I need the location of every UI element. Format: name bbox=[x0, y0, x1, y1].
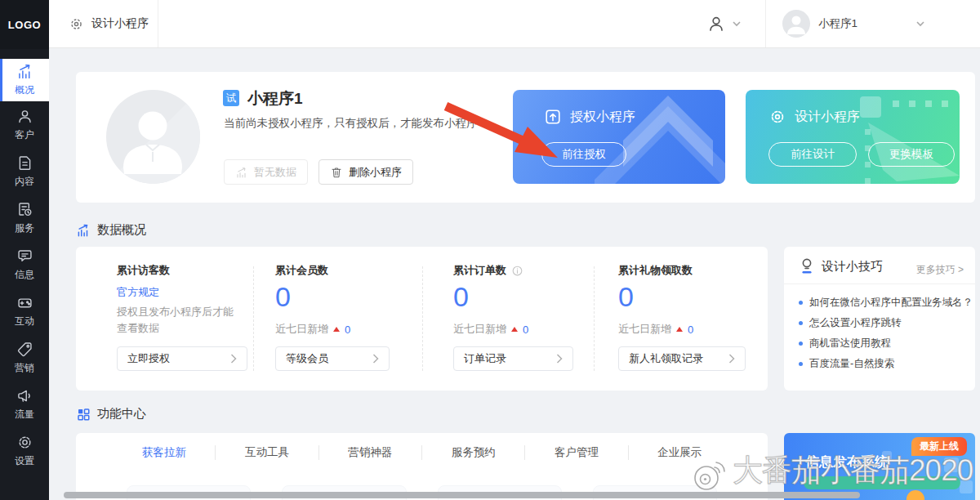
go-authorize-button[interactable]: 前往授权 bbox=[541, 142, 626, 167]
banner-subtitle-strip bbox=[804, 476, 960, 489]
sidebar-item-messages[interactable]: 信息 bbox=[0, 241, 49, 288]
bullet-dot bbox=[799, 362, 803, 366]
tip-text: 如何在微信小程序中配置业务域名？ bbox=[809, 296, 973, 310]
delete-miniprogram-button[interactable]: 删除小程序 bbox=[318, 159, 413, 185]
workspace-switcher[interactable]: 小程序1 bbox=[782, 0, 924, 47]
tip-link[interactable]: 怎么设置小程序跳转 bbox=[799, 313, 967, 333]
stat-sub: 近七日新增 0 bbox=[453, 322, 528, 337]
stat-sub-label: 近七日新增 bbox=[275, 322, 328, 337]
banner-decoration bbox=[906, 490, 924, 500]
info-publish-banner[interactable]: 信息发布系统 最新上线 bbox=[784, 433, 975, 500]
logo: LOGO bbox=[0, 0, 49, 49]
column-divider bbox=[422, 266, 423, 371]
stat-orders: 累计订单数 0 近七日新增 0 订单记录 bbox=[453, 263, 594, 374]
sidebar-item-label: 服务 bbox=[15, 221, 34, 235]
new-release-badge: 最新上线 bbox=[911, 437, 967, 456]
horizontal-scrollbar-thumb[interactable] bbox=[64, 492, 860, 498]
stat-sub: 近七日新增 0 bbox=[275, 322, 350, 337]
stat-members: 累计会员数 0 近七日新增 0 等级会员 bbox=[275, 263, 416, 374]
tab-interactive-tools[interactable]: 互动工具 bbox=[216, 445, 318, 460]
tab-design-miniprogram[interactable]: 设计小程序 bbox=[69, 0, 149, 47]
header-divider bbox=[158, 0, 158, 47]
chevron-down-icon bbox=[733, 21, 741, 27]
sidebar-item-overview[interactable]: 概况 bbox=[0, 59, 49, 101]
stat-value: 0 bbox=[453, 281, 469, 313]
authorize-card-title: 授权小程序 bbox=[544, 108, 635, 126]
sidebar-item-marketing[interactable]: 营销 bbox=[0, 334, 49, 381]
chevron-decoration bbox=[546, 90, 725, 184]
sidebar-item-customers[interactable]: 客户 bbox=[0, 101, 49, 148]
stat-action-label: 等级会员 bbox=[286, 351, 328, 366]
data-overview-title: 数据概况 bbox=[97, 222, 146, 238]
stat-label: 累计订单数 bbox=[453, 263, 506, 278]
miniprogram-avatar bbox=[106, 90, 200, 184]
tab-customer-management[interactable]: 客户管理 bbox=[525, 445, 627, 460]
sidebar-nav: 概况 客户 内容 服务 信息 互动 bbox=[0, 59, 49, 474]
sidebar-item-interaction[interactable]: 互动 bbox=[0, 288, 49, 334]
stat-value: 0 bbox=[618, 281, 634, 313]
tip-link[interactable]: 百度流量-自然搜索 bbox=[799, 354, 967, 374]
grid-icon bbox=[76, 407, 91, 422]
stat-sub-label: 近七日新增 bbox=[453, 322, 506, 337]
person-icon bbox=[16, 108, 33, 125]
workspace-name: 小程序1 bbox=[818, 16, 858, 31]
column-divider bbox=[594, 266, 595, 371]
design-tips-card: 设计小技巧 更多技巧 > 如何在微信小程序中配置业务域名？ 怎么设置小程序跳转 … bbox=[784, 247, 975, 391]
bullet-dot bbox=[799, 321, 803, 325]
sidebar-item-services[interactable]: 服务 bbox=[0, 194, 49, 241]
tip-link[interactable]: 如何在微信小程序中配置业务域名？ bbox=[799, 292, 967, 313]
bullet-dot bbox=[799, 342, 803, 346]
sidebar-item-traffic[interactable]: 流量 bbox=[0, 381, 49, 427]
mini-chart-icon bbox=[235, 166, 248, 179]
change-template-button[interactable]: 更换模板 bbox=[868, 142, 955, 167]
design-promo-card: 设计小程序 前往设计 更换模板 bbox=[746, 90, 960, 184]
stat-label: 累计会员数 bbox=[275, 263, 328, 278]
stat-label: 累计礼物领取数 bbox=[618, 263, 693, 278]
stat-gifts: 累计礼物领取数 0 近七日新增 0 新人礼领取记录 bbox=[618, 263, 759, 374]
stat-sub-label: 近七日新增 bbox=[618, 322, 671, 337]
tab-enterprise-display[interactable]: 企业展示 bbox=[629, 445, 731, 460]
authorize-title-text: 授权小程序 bbox=[570, 109, 635, 126]
order-records-button[interactable]: 订单记录 bbox=[453, 346, 573, 371]
authorize-now-button[interactable]: 立即授权 bbox=[117, 346, 247, 371]
chevron-right-icon bbox=[556, 354, 563, 364]
design-gear-icon bbox=[768, 108, 786, 126]
tip-text: 百度流量-自然搜索 bbox=[809, 357, 894, 371]
bullet-dot bbox=[799, 301, 803, 305]
tab-acquire-customers[interactable]: 获客拉新 bbox=[113, 445, 215, 460]
file-clock-icon bbox=[16, 201, 33, 218]
no-data-button[interactable]: 暂无数据 bbox=[224, 159, 308, 185]
stat-sub: 近七日新增 0 bbox=[618, 322, 693, 337]
megaphone-icon bbox=[16, 387, 33, 404]
go-design-button[interactable]: 前往设计 bbox=[768, 142, 857, 167]
chevron-right-icon bbox=[728, 354, 735, 364]
more-tips-link[interactable]: 更多技巧 > bbox=[916, 263, 964, 277]
official-rules-link[interactable]: 官方规定 bbox=[117, 285, 159, 300]
user-icon bbox=[706, 14, 726, 33]
sidebar-item-label: 互动 bbox=[15, 315, 34, 328]
tab-marketing-tools[interactable]: 营销神器 bbox=[319, 445, 421, 460]
sidebar-item-label: 设置 bbox=[15, 454, 34, 468]
member-levels-button[interactable]: 等级会员 bbox=[275, 346, 390, 371]
account-menu-button[interactable] bbox=[706, 0, 741, 47]
delta-up-icon bbox=[333, 327, 340, 332]
banner-title: 信息发布系统 bbox=[805, 453, 889, 471]
stat-action-label: 订单记录 bbox=[464, 351, 506, 366]
lamp-icon bbox=[799, 257, 815, 275]
sidebar-item-content[interactable]: 内容 bbox=[0, 148, 49, 194]
sidebar: LOGO 概况 客户 内容 服务 信息 bbox=[0, 0, 49, 500]
stat-delta: 0 bbox=[345, 324, 350, 336]
feature-center-card: 获客拉新 互动工具 营销神器 服务预约 客户管理 企业展示 bbox=[76, 433, 768, 500]
tab-service-booking[interactable]: 服务预约 bbox=[422, 445, 524, 460]
info-icon[interactable] bbox=[511, 265, 523, 277]
gear-icon bbox=[16, 434, 33, 451]
gift-records-button[interactable]: 新人礼领取记录 bbox=[618, 346, 746, 371]
cursor-decoration bbox=[746, 90, 960, 184]
authorization-hint: 当前尚未授权小程序，只有授权后，才能发布小程序 bbox=[224, 116, 478, 131]
sidebar-item-label: 信息 bbox=[15, 268, 34, 282]
tip-link[interactable]: 商机雷达使用教程 bbox=[799, 333, 967, 354]
sidebar-item-settings[interactable]: 设置 bbox=[0, 427, 49, 474]
feature-center-title: 功能中心 bbox=[97, 406, 146, 422]
tips-divider bbox=[784, 283, 975, 284]
no-data-label: 暂无数据 bbox=[254, 165, 296, 180]
